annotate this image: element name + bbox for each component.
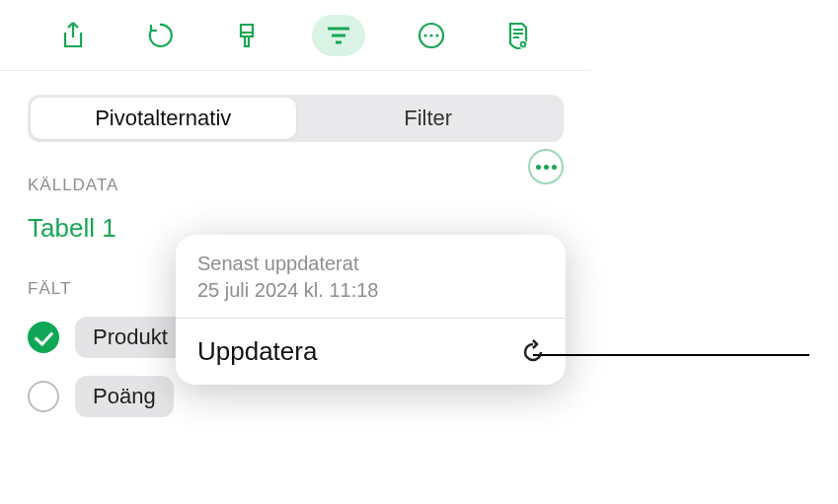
svg-point-5 (430, 34, 433, 36)
app-window: Pivotalternativ Filter KÄLLDATA Tabell 1… (0, 0, 592, 504)
tab-filter[interactable]: Filter (296, 98, 562, 139)
last-updated-value: 25 juli 2024 kl. 11:18 (197, 277, 544, 304)
format-brush-icon[interactable] (226, 15, 267, 56)
filter-lines-icon[interactable] (312, 15, 365, 56)
source-more-icon[interactable] (528, 149, 564, 184)
last-updated-label: Senast uppdaterat (197, 251, 544, 277)
refresh-button-label: Uppdatera (197, 336, 317, 367)
undo-icon[interactable] (139, 15, 181, 56)
more-icon[interactable] (411, 15, 452, 56)
callout-line (533, 354, 809, 356)
tab-pivot-options[interactable]: Pivotalternativ (31, 98, 296, 139)
refresh-popover: Senast uppdaterat 25 juli 2024 kl. 11:18… (176, 235, 566, 385)
popover-header: Senast uppdaterat 25 juli 2024 kl. 11:18 (176, 235, 566, 318)
refresh-button[interactable]: Uppdatera (176, 319, 566, 385)
document-view-icon[interactable] (497, 15, 539, 56)
source-data-row: KÄLLDATA (28, 142, 564, 195)
svg-point-6 (436, 34, 439, 36)
field-pill[interactable]: Poäng (75, 376, 174, 417)
svg-point-4 (424, 34, 427, 36)
field-pill[interactable]: Produkt (75, 317, 186, 358)
toolbar (0, 0, 591, 71)
checkbox-unchecked-icon[interactable] (28, 381, 59, 412)
source-data-label: KÄLLDATA (28, 176, 118, 195)
segmented-control: Pivotalternativ Filter (28, 95, 564, 142)
share-icon[interactable] (52, 15, 94, 56)
svg-point-8 (522, 42, 525, 45)
checkbox-checked-icon[interactable] (28, 322, 59, 353)
refresh-icon (520, 339, 546, 365)
